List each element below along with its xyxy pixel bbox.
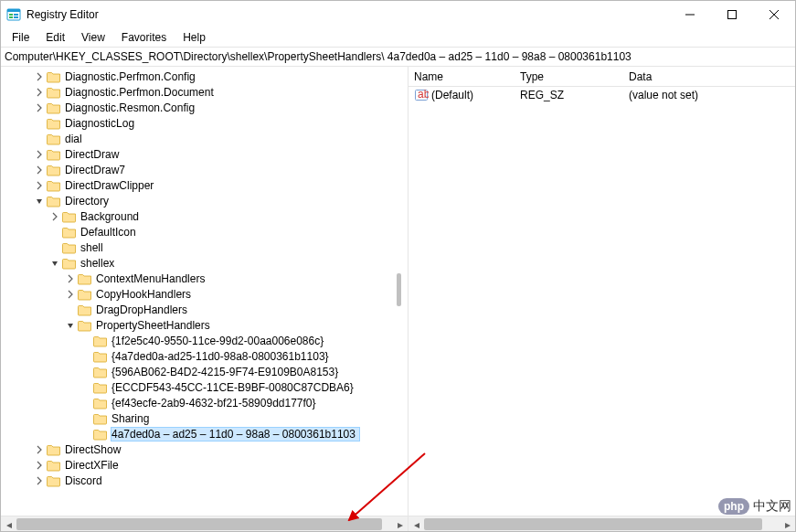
tree-item[interactable]: DiagnosticLog bbox=[1, 115, 408, 131]
tree-item-label: dial bbox=[65, 133, 86, 145]
folder-icon bbox=[62, 240, 77, 255]
column-name[interactable]: Name bbox=[414, 70, 520, 83]
svg-rect-1 bbox=[7, 9, 20, 12]
tree-item[interactable]: Diagnostic.Perfmon.Config bbox=[1, 69, 408, 84]
menu-file[interactable]: File bbox=[5, 29, 37, 46]
tree-item[interactable]: shell bbox=[1, 239, 408, 255]
folder-icon bbox=[62, 256, 77, 271]
tree-item[interactable]: Diagnostic.Perfmon.Document bbox=[1, 84, 408, 100]
chevron-down-icon[interactable] bbox=[32, 194, 47, 208]
tree-item[interactable]: dial bbox=[1, 131, 408, 146]
chevron-right-icon[interactable] bbox=[32, 85, 47, 100]
tree-item[interactable]: {4a7ded0a-ad25-11d0-98a8-0800361b1103} bbox=[1, 348, 408, 364]
tree-item-label: CopyHookHandlers bbox=[96, 288, 195, 301]
tree-item[interactable]: PropertySheetHandlers bbox=[1, 317, 408, 333]
column-type[interactable]: Type bbox=[520, 70, 629, 83]
folder-icon bbox=[47, 85, 61, 100]
chevron-right-icon[interactable] bbox=[63, 271, 78, 286]
chevron-down-icon[interactable] bbox=[48, 256, 62, 271]
tree-item[interactable]: DirectDraw7 bbox=[1, 162, 408, 177]
folder-icon bbox=[47, 116, 61, 131]
tree-item-label: shell bbox=[80, 241, 107, 254]
chevron-right-icon[interactable] bbox=[32, 147, 47, 162]
svg-rect-7 bbox=[728, 11, 737, 19]
tree-item-label: ContextMenuHandlers bbox=[96, 272, 208, 285]
tree-item[interactable]: Directory bbox=[1, 193, 408, 208]
tree-item[interactable]: {1f2e5c40-9550-11ce-99d2-00aa006e086c} bbox=[1, 333, 408, 348]
scroll-right-icon[interactable]: ▸ bbox=[780, 516, 795, 531]
menu-view[interactable]: View bbox=[74, 29, 112, 46]
folder-icon bbox=[62, 209, 77, 224]
chevron-right-icon[interactable] bbox=[48, 209, 62, 224]
svg-rect-5 bbox=[14, 16, 18, 18]
content-area: Diagnostic.Perfmon.ConfigDiagnostic.Perf… bbox=[1, 67, 795, 531]
tree-item-label: Diagnostic.Perfmon.Document bbox=[65, 86, 218, 99]
titlebar[interactable]: Registry Editor bbox=[1, 1, 795, 28]
tree-item[interactable]: DirectDraw bbox=[1, 146, 408, 162]
tree-item-label: DefaultIcon bbox=[80, 226, 140, 239]
menu-favorites[interactable]: Favorites bbox=[114, 29, 174, 46]
values-list[interactable]: ab (Default) REG_SZ (value not set) bbox=[409, 87, 795, 516]
chevron-down-icon[interactable] bbox=[63, 318, 78, 333]
scroll-left-icon[interactable]: ◂ bbox=[1, 516, 16, 531]
tree-item[interactable]: CopyHookHandlers bbox=[1, 286, 408, 302]
maximize-button[interactable] bbox=[711, 1, 753, 28]
svg-text:ab: ab bbox=[418, 88, 429, 101]
menu-help[interactable]: Help bbox=[175, 29, 213, 46]
chevron-right-icon[interactable] bbox=[32, 442, 47, 457]
regedit-icon bbox=[6, 7, 21, 22]
scrollbar-thumb[interactable] bbox=[16, 518, 382, 530]
tree-horizontal-scrollbar[interactable]: ◂ ▸ bbox=[1, 516, 408, 531]
tree-item-label: 4a7ded0a – ad25 – 11d0 – 98a8 – 0800361b… bbox=[111, 428, 359, 441]
tree-item-label: DirectDraw7 bbox=[65, 164, 129, 176]
folder-icon bbox=[47, 163, 61, 177]
folder-icon bbox=[47, 458, 61, 473]
tree-item[interactable]: {ECCDF543-45CC-11CE-B9BF-0080C87CDBA6} bbox=[1, 379, 408, 395]
tree-item[interactable]: {ef43ecfe-2ab9-4632-bf21-58909dd177f0} bbox=[1, 395, 408, 410]
column-data[interactable]: Data bbox=[629, 70, 795, 83]
value-row[interactable]: ab (Default) REG_SZ (value not set) bbox=[409, 87, 795, 103]
tree-item[interactable]: shellex bbox=[1, 255, 408, 271]
tree-item[interactable]: DragDropHandlers bbox=[1, 302, 408, 317]
tree-item[interactable]: DirectXFile bbox=[1, 457, 408, 473]
tree-item[interactable]: Discord bbox=[1, 473, 408, 488]
menu-edit[interactable]: Edit bbox=[38, 29, 72, 46]
values-header[interactable]: Name Type Data bbox=[409, 67, 795, 87]
folder-icon bbox=[47, 69, 61, 84]
chevron-right-icon[interactable] bbox=[32, 101, 47, 115]
registry-tree[interactable]: Diagnostic.Perfmon.ConfigDiagnostic.Perf… bbox=[1, 67, 408, 488]
chevron-right-icon[interactable] bbox=[32, 178, 47, 193]
tree-item[interactable]: 4a7ded0a – ad25 – 11d0 – 98a8 – 0800361b… bbox=[1, 426, 408, 442]
tree-item[interactable]: Background bbox=[1, 208, 408, 224]
close-button[interactable] bbox=[753, 1, 795, 28]
tree-item-label: Discord bbox=[65, 474, 106, 487]
tree-item[interactable]: ContextMenuHandlers bbox=[1, 271, 408, 286]
tree-item-label: shellex bbox=[80, 257, 118, 270]
address-bar[interactable]: Computer\HKEY_CLASSES_ROOT\Directory\she… bbox=[1, 47, 795, 67]
menubar: File Edit View Favorites Help bbox=[1, 28, 795, 47]
splitter-handle[interactable] bbox=[397, 273, 401, 306]
tree-item[interactable]: Sharing bbox=[1, 410, 408, 426]
tree-item-label: DirectXFile bbox=[65, 459, 122, 472]
chevron-right-icon[interactable] bbox=[63, 287, 78, 302]
chevron-right-icon[interactable] bbox=[32, 458, 47, 473]
chevron-right-icon[interactable] bbox=[32, 473, 47, 488]
folder-icon bbox=[47, 473, 61, 488]
values-horizontal-scrollbar[interactable]: ◂ ▸ bbox=[409, 516, 795, 531]
tree-item-label: Diagnostic.Perfmon.Config bbox=[65, 70, 199, 83]
tree-item[interactable]: DefaultIcon bbox=[1, 224, 408, 239]
scrollbar-thumb[interactable] bbox=[424, 518, 762, 530]
svg-rect-4 bbox=[14, 14, 18, 16]
chevron-right-icon[interactable] bbox=[32, 163, 47, 177]
minimize-button[interactable] bbox=[669, 1, 711, 28]
values-pane: Name Type Data ab (Default) REG_SZ (valu… bbox=[409, 67, 795, 531]
scroll-right-icon[interactable]: ▸ bbox=[392, 516, 408, 531]
tree-item[interactable]: DirectDrawClipper bbox=[1, 177, 408, 193]
tree-item[interactable]: DirectShow bbox=[1, 442, 408, 457]
chevron-right-icon[interactable] bbox=[32, 69, 47, 84]
scroll-left-icon[interactable]: ◂ bbox=[409, 516, 424, 531]
value-type: REG_SZ bbox=[520, 89, 629, 101]
tree-item[interactable]: Diagnostic.Resmon.Config bbox=[1, 100, 408, 115]
tree-item[interactable]: {596AB062-B4D2-4215-9F74-E9109B0A8153} bbox=[1, 364, 408, 379]
tree-item-label: DirectShow bbox=[65, 443, 124, 456]
